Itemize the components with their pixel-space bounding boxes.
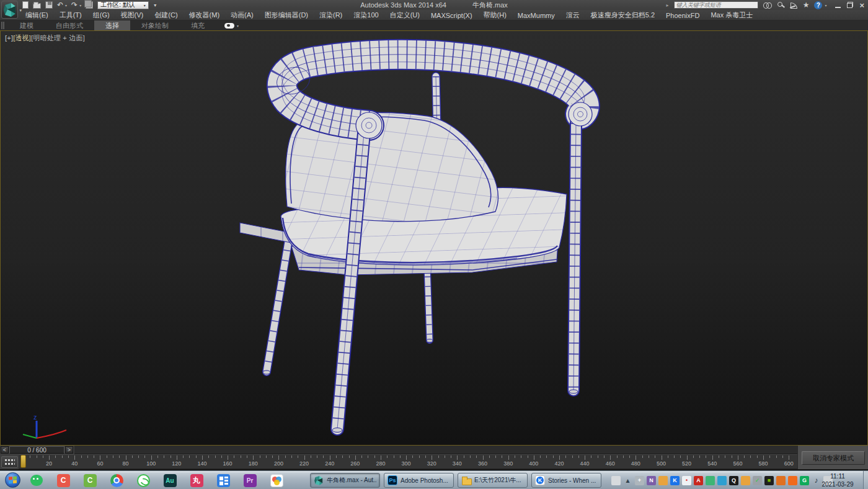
nvidia-tray-icon[interactable]: ■	[764, 476, 774, 485]
redo-dropdown-icon[interactable]: ▾	[79, 3, 81, 7]
sync-tray-icon[interactable]	[717, 476, 727, 485]
audition-icon-glyph: Au	[164, 474, 177, 487]
ribbon-tab-填充[interactable]: 填充	[180, 20, 216, 30]
hidden-icons-chevron[interactable]: ▴	[623, 476, 632, 485]
search-expand-icon[interactable]: ▸	[666, 2, 669, 8]
taskbar-window-explorer[interactable]: E:\天竹2021\牛...	[458, 473, 528, 488]
circles-app-icon[interactable]	[268, 473, 285, 488]
video-tool-icon[interactable]	[215, 473, 231, 488]
g-circle-tray-icon[interactable]: G	[800, 476, 809, 485]
ribbon-tab-建模[interactable]: 建模	[9, 20, 45, 30]
ruler-tick	[144, 455, 145, 458]
menu-item[interactable]: 编辑(E)	[20, 11, 54, 20]
fan-tray-icon[interactable]: +	[635, 476, 644, 485]
undo-dropdown-icon[interactable]: ▾	[65, 3, 67, 7]
ribbon-tab-对象绘制[interactable]: 对象绘制	[130, 20, 180, 30]
ribbon-grip[interactable]	[1, 22, 4, 29]
wanzi-icon[interactable]: 丸	[188, 473, 205, 488]
usb-tray-icon[interactable]: ✓	[753, 476, 762, 485]
previous-frame-button[interactable]: <	[1, 446, 9, 454]
ruler-tick-label: 460	[602, 460, 618, 467]
track-bar[interactable]	[74, 446, 797, 454]
viewport-menu-shading[interactable]: [明暗处理 + 边面]	[31, 34, 85, 42]
k-app-tray-icon[interactable]: K	[670, 476, 680, 485]
workspace-selector[interactable]: 工作区: 默认 ▾	[97, 1, 149, 9]
search-icon[interactable]	[763, 2, 772, 8]
menu-item[interactable]: 组(G)	[87, 11, 115, 20]
help-dropdown-icon[interactable]: ▾	[825, 3, 826, 7]
menu-item[interactable]: 创建(C)	[149, 11, 183, 20]
time-slider[interactable]	[20, 455, 26, 468]
menu-item[interactable]: MaxMummy	[512, 12, 560, 19]
start-button[interactable]	[5, 472, 20, 488]
keyboard-tray-icon[interactable]	[611, 476, 621, 485]
next-frame-button[interactable]: >	[65, 446, 73, 454]
menu-item[interactable]: 帮助(H)	[478, 11, 512, 20]
menu-item[interactable]: 视图(V)	[115, 11, 149, 20]
menu-item[interactable]: 工具(T)	[54, 11, 87, 20]
menu-item[interactable]: 极速瘦身安全归档5.2	[585, 11, 660, 20]
ribbon-tab-自由形式[interactable]: 自由形式	[45, 20, 94, 30]
frame-counter-display[interactable]: 0 / 600	[9, 446, 64, 454]
viewport-menu-plus[interactable]: [+]	[5, 34, 13, 42]
camtasia-recorder-icon[interactable]: C	[55, 473, 71, 488]
time-ruler[interactable]: 0204060801001201401601802002202402602803…	[19, 454, 797, 469]
toolbar-flyout-icon[interactable]: ▼	[153, 3, 157, 7]
ribbon-tab-选择[interactable]: 选择	[94, 20, 130, 30]
menu-item[interactable]: Max 杀毒卫士	[705, 11, 758, 20]
chrome-icon[interactable]	[108, 473, 125, 488]
screenshot-tray-icon[interactable]: •	[682, 476, 691, 485]
sign-in-icon[interactable]	[777, 1, 785, 9]
acrobat-tray-icon[interactable]: A	[694, 476, 703, 485]
menu-item[interactable]: 图形编辑器(D)	[259, 11, 314, 20]
menu-item[interactable]: MAXScript(X)	[425, 12, 478, 19]
orange-app-tray-icon[interactable]	[658, 476, 668, 485]
ruler-tick-label: 20	[41, 460, 57, 467]
menu-item[interactable]: 修改器(M)	[184, 11, 226, 20]
orange-box-tray-icon[interactable]	[776, 476, 786, 485]
folder-tray-icon[interactable]	[741, 476, 750, 485]
open-file-icon[interactable]	[33, 3, 41, 9]
perspective-viewport[interactable]: z [+][透视][明暗处理 + 边面]	[0, 30, 868, 446]
menu-item[interactable]: 渲染100	[348, 11, 384, 20]
menu-item[interactable]: PhoenixFD	[660, 12, 705, 19]
project-toggle-icon[interactable]	[86, 1, 93, 9]
film-grid	[217, 474, 230, 487]
ribbon-options-button[interactable]: ▾	[224, 20, 239, 30]
communication-center-icon[interactable]	[790, 1, 798, 9]
restore-button[interactable]	[847, 2, 853, 8]
show-desktop-button[interactable]	[863, 471, 868, 489]
wechat-tray-icon[interactable]	[706, 476, 715, 485]
viewport-menu-view[interactable]: [透视]	[13, 34, 31, 42]
viewport-label[interactable]: [+][透视][明暗处理 + 边面]	[5, 34, 85, 43]
input-method-icon[interactable]: N	[647, 476, 656, 485]
ruler-tick-label: 420	[551, 460, 567, 467]
undo-icon[interactable]: ↶	[57, 1, 63, 9]
menu-item[interactable]: 自定义(U)	[384, 11, 425, 20]
menu-item[interactable]: 动画(A)	[225, 11, 259, 20]
ruler-tick	[189, 455, 190, 458]
taskbar-clock[interactable]: 11:11 2021-03-29	[816, 472, 859, 488]
audition-icon[interactable]: Au	[162, 473, 178, 488]
close-button[interactable]: ×	[859, 1, 864, 9]
cancel-expert-mode-button[interactable]: 取消专家模式	[802, 451, 865, 465]
taskbar-window-photoshop[interactable]: PsAdobe Photosh...	[384, 473, 454, 488]
menu-item[interactable]: 渲云	[560, 11, 585, 20]
redo-icon[interactable]: ↷	[71, 1, 78, 9]
application-menu-button[interactable]: ▾	[1, 1, 18, 19]
minimize-button[interactable]	[835, 7, 841, 8]
360-browser-icon[interactable]	[135, 473, 151, 488]
wechat-icon[interactable]	[29, 473, 45, 488]
camtasia-icon[interactable]: C	[82, 473, 98, 488]
favorites-star-icon[interactable]: ★	[803, 1, 810, 9]
flame-tray-icon[interactable]	[788, 476, 797, 485]
help-icon[interactable]: ?	[814, 1, 822, 9]
qq-tray-icon[interactable]: Q	[729, 476, 738, 485]
taskbar-window-stories[interactable]: KStories - When ...	[531, 473, 601, 488]
menu-item[interactable]: 渲染(R)	[314, 11, 348, 20]
premiere-icon[interactable]: Pr	[242, 473, 258, 488]
save-file-icon[interactable]	[45, 1, 53, 9]
taskbar-window-3dsmax[interactable]: 牛角椅.max - Aut...	[310, 473, 380, 488]
search-input[interactable]	[674, 1, 758, 9]
new-file-icon[interactable]	[22, 1, 29, 9]
